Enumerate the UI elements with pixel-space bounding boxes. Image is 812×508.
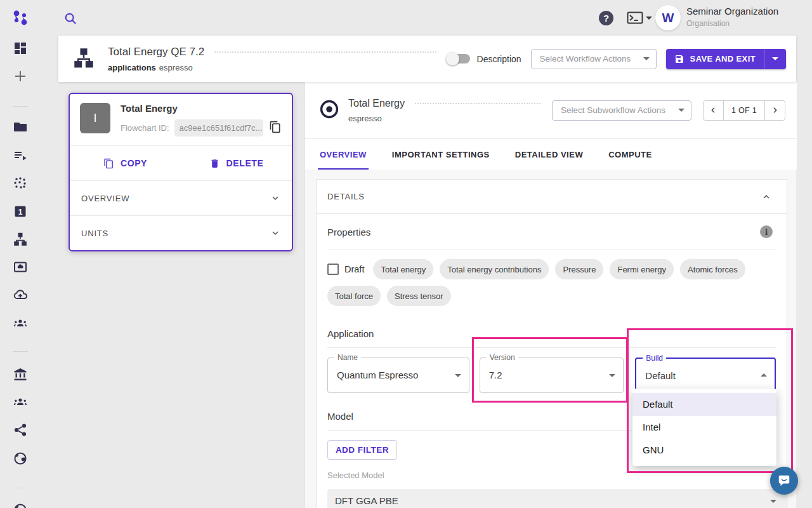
property-chip[interactable]: Stress tensor (387, 286, 451, 306)
workflow-app-label: applications (108, 63, 156, 72)
chevron-down-icon (646, 17, 652, 20)
draft-checkbox[interactable]: Draft (327, 264, 364, 275)
next-page-button[interactable] (764, 100, 785, 121)
application-section-title: Application (327, 328, 776, 339)
workflow-header: Total Energy QE 7.2 applicationsespresso… (58, 36, 796, 82)
chevron-up-icon (761, 192, 771, 202)
sidebar-divider (13, 351, 28, 352)
save-options-dropdown[interactable] (764, 49, 786, 69)
save-icon (674, 54, 684, 64)
selected-model-label: Selected Model (327, 471, 776, 480)
workflow-actions-select[interactable]: Select Workflow Actions (531, 49, 657, 69)
save-and-exit-button[interactable]: SAVE AND EXIT (666, 49, 764, 69)
save-and-exit-label: SAVE AND EXIT (690, 54, 756, 64)
prev-page-button[interactable] (703, 100, 724, 121)
application-version-select[interactable]: Version 7.2 (480, 358, 624, 393)
copy-unit-button[interactable]: COPY (70, 146, 181, 180)
draft-label: Draft (344, 264, 364, 274)
workflow-editor-page: ? W Seminar Organization Organisation (0, 0, 812, 508)
tab-important-settings[interactable]: IMPORTANT SETTINGS (390, 139, 492, 170)
team-icon[interactable] (13, 316, 28, 331)
build-field-value: Default (636, 359, 775, 393)
application-build-select[interactable]: Build Default (635, 358, 776, 393)
chevron-down-icon (455, 374, 461, 377)
help-icon[interactable]: ? (599, 11, 613, 25)
overview-accordion-label: OVERVIEW (81, 194, 129, 203)
tab-detailed-view[interactable]: DETAILED VIEW (513, 139, 585, 170)
build-option-intel[interactable]: Intel (632, 416, 776, 439)
subworkflow-actions-select[interactable]: Select Subworkflow Actions (552, 100, 691, 121)
subworkflow-title: Total Energy (348, 98, 405, 109)
brand-logo-icon[interactable] (11, 8, 30, 30)
share-icon[interactable] (13, 422, 28, 438)
materials-icon[interactable] (13, 176, 28, 191)
entity-one-icon[interactable]: 1 (13, 204, 28, 219)
cloud-upload-icon[interactable] (13, 288, 28, 303)
users-icon[interactable] (13, 394, 28, 410)
chevron-down-icon (643, 57, 650, 60)
property-chip[interactable]: Atomic forces (680, 259, 745, 279)
unit-avatar: I (80, 103, 110, 133)
chevron-right-icon (770, 105, 780, 115)
account-info[interactable]: Seminar Organization Organisation (686, 6, 778, 28)
application-name-select[interactable]: Name Quantum Espresso (327, 358, 469, 393)
chevron-down-icon (678, 109, 684, 112)
build-option-gnu[interactable]: GNU (632, 439, 776, 462)
top-bar: ? W Seminar Organization Organisation (0, 0, 812, 36)
selected-model-select[interactable]: DFT GGA PBE (327, 489, 788, 508)
units-accordion[interactable]: UNITS (70, 216, 292, 250)
overview-accordion[interactable]: OVERVIEW (70, 181, 292, 215)
console-menu-button[interactable] (627, 11, 652, 24)
dashboard-icon[interactable] (13, 41, 28, 56)
workflows-icon[interactable] (13, 232, 28, 247)
details-label: DETAILS (327, 192, 365, 201)
chat-icon (777, 474, 791, 488)
search-icon[interactable] (63, 11, 77, 25)
divider (327, 347, 776, 348)
chat-support-button[interactable] (770, 467, 798, 495)
properties-chips: Draft Total energy Total energy contribu… (317, 250, 759, 318)
subworkflow-tabs: OVERVIEW IMPORTANT SETTINGS DETAILED VIE… (305, 138, 797, 170)
delete-label: DELETE (226, 158, 264, 168)
tab-overview[interactable]: OVERVIEW (318, 139, 369, 170)
copy-id-icon[interactable] (269, 121, 282, 136)
info-icon[interactable]: i (760, 225, 773, 238)
chevron-down-icon (270, 193, 280, 203)
subworkflow-app: espresso (348, 114, 552, 123)
name-field-value: Quantum Espresso (328, 358, 469, 392)
workflow-actions-placeholder: Select Workflow Actions (540, 54, 631, 64)
dotted-divider (415, 103, 540, 104)
property-chip[interactable]: Total force (327, 286, 381, 306)
description-toggle-label: Description (477, 54, 521, 64)
build-field-label: Build (643, 354, 666, 363)
bank-icon[interactable] (13, 367, 28, 382)
globe-bottom-icon[interactable] (13, 502, 28, 508)
jobs-list-icon[interactable] (13, 148, 28, 163)
description-toggle[interactable] (448, 54, 470, 64)
trash-icon (209, 158, 220, 169)
remote-desktop-icon[interactable] (13, 260, 28, 275)
property-chip[interactable]: Total energy (373, 259, 433, 279)
tab-compute[interactable]: COMPUTE (606, 139, 654, 170)
copy-icon (103, 158, 114, 169)
add-filter-button[interactable]: ADD FILTER (327, 440, 397, 460)
property-chip[interactable]: Pressure (555, 259, 603, 279)
flowchart-id-label: Flowchart ID: (121, 123, 169, 133)
version-field-label: Version (487, 353, 518, 362)
chevron-down-icon (270, 228, 280, 238)
subworkflow-pager: 1 OF 1 (703, 100, 785, 121)
version-field-value: 7.2 (480, 358, 624, 392)
details-section-header[interactable]: DETAILS (317, 180, 787, 214)
unit-card: I Total Energy Flowchart ID: ac9ee1c651f… (69, 93, 293, 251)
property-chip[interactable]: Total energy contributions (440, 259, 549, 279)
build-option-default[interactable]: Default (632, 393, 776, 416)
folder-icon[interactable] (13, 119, 28, 135)
delete-unit-button[interactable]: DELETE (181, 146, 292, 180)
terminal-icon (627, 11, 643, 24)
avatar[interactable]: W (655, 5, 681, 30)
left-nav-sidebar: 1 (0, 36, 58, 508)
flowchart-id-value: ac9ee1c651f61cdf7c... (174, 119, 263, 137)
globe-icon[interactable] (13, 451, 28, 466)
add-icon[interactable] (13, 69, 28, 84)
property-chip[interactable]: Fermi energy (610, 259, 674, 279)
